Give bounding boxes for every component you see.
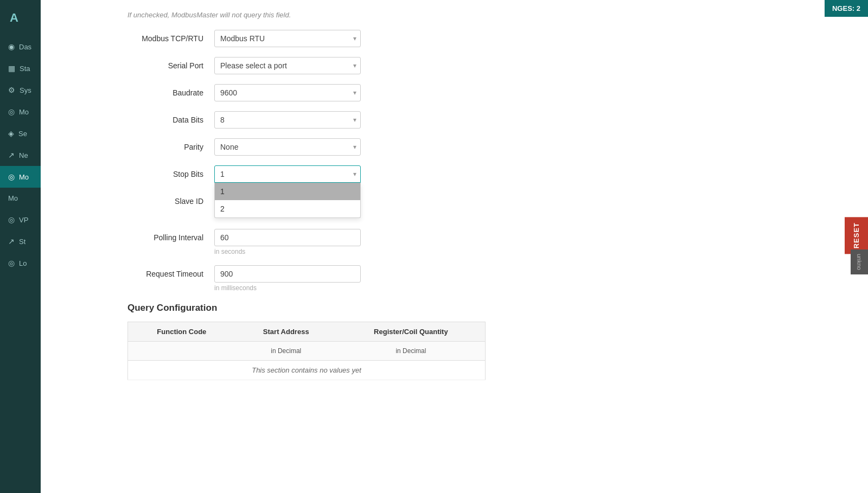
parity-row: Parity None Even Odd ▾: [127, 138, 486, 156]
polling-interval-row: Polling Interval in seconds: [127, 229, 486, 255]
status-text: unkno: [856, 254, 863, 270]
polling-interval-hint: in seconds: [214, 248, 361, 255]
serial-port-control: Please select a port ▾: [214, 57, 361, 74]
sidebar-item-label: Mo: [19, 173, 29, 181]
sidebar-item-label: Mo: [19, 108, 29, 116]
sidebar-item-label: Lo: [19, 259, 27, 267]
query-table-sub-header: in Decimal in Decimal: [128, 342, 486, 361]
main-content: NGES: 2 If unchecked, ModbusMaster will …: [41, 0, 868, 493]
modbus-type-control: Modbus RTU Modbus TCP ▾: [214, 30, 361, 47]
serial-port-row: Serial Port Please select a port ▾: [127, 57, 486, 74]
sidebar-item-stats2[interactable]: ↗ St: [0, 231, 41, 252]
data-bits-control: 8 5 6 7 ▾: [214, 111, 361, 129]
sidebar-item-label: Mo: [8, 194, 18, 202]
sidebar-item-vpn[interactable]: ◎ VP: [0, 209, 41, 231]
query-config-title: Query Configuration: [127, 303, 486, 313]
sidebar-item-network[interactable]: ↗ Ne: [0, 144, 41, 166]
network-icon: ↗: [8, 151, 15, 159]
top-note: If unchecked, ModbusMaster will not quer…: [127, 11, 486, 19]
vpn-icon: ◎: [8, 215, 15, 224]
parity-select[interactable]: None Even Odd: [214, 138, 361, 156]
serial-icon: ◈: [8, 129, 14, 138]
status-badge: unkno: [851, 249, 868, 274]
sidebar-item-modbus1[interactable]: ◎ Mo: [0, 101, 41, 123]
reset-button[interactable]: RESET: [845, 217, 868, 254]
sidebar-item-label: St: [19, 238, 25, 246]
polling-interval-input[interactable]: [214, 229, 361, 246]
data-bits-row: Data Bits 8 5 6 7 ▾: [127, 111, 486, 129]
stop-bits-row: Stop Bits 1 2 ▾ 1 2: [127, 165, 486, 183]
baudrate-control: 9600 19200 38400 57600 115200 ▾: [214, 84, 361, 101]
sidebar-item-statistics[interactable]: ▦ Sta: [0, 57, 41, 79]
stop-bits-option-2[interactable]: 2: [215, 200, 360, 217]
sidebar-item-serial[interactable]: ◈ Se: [0, 123, 41, 144]
col-start-address: Start Address: [235, 322, 337, 342]
baudrate-select[interactable]: 9600 19200 38400 57600 115200: [214, 84, 361, 101]
modbus-type-label: Modbus TCP/RTU: [127, 30, 214, 43]
sidebar-item-logs[interactable]: ◎ Lo: [0, 252, 41, 274]
stop-bits-label: Stop Bits: [127, 165, 214, 178]
query-table-empty-row: This section contains no values yet: [128, 361, 486, 380]
request-timeout-input[interactable]: [214, 265, 361, 283]
col-start-address-sub: in Decimal: [235, 342, 337, 361]
stop-bits-control: 1 2 ▾ 1 2: [214, 165, 361, 183]
sidebar-item-label: VP: [19, 216, 28, 224]
data-bits-label: Data Bits: [127, 111, 214, 124]
request-timeout-control: in milliseconds: [214, 265, 361, 292]
modbus-type-row: Modbus TCP/RTU Modbus RTU Modbus TCP ▾: [127, 30, 486, 47]
polling-interval-control: in seconds: [214, 229, 361, 255]
stop-bits-select[interactable]: 1 2: [214, 165, 361, 183]
query-table-header: Function Code Start Address Register/Coi…: [128, 322, 486, 342]
sidebar-logo: A: [0, 5, 28, 36]
baudrate-label: Baudrate: [127, 84, 214, 97]
col-quantity-sub: in Decimal: [337, 342, 486, 361]
col-function-code-sub: [128, 342, 235, 361]
sidebar-item-label: Sys: [20, 86, 31, 94]
sidebar-item-modbus-sub[interactable]: Mo: [0, 188, 41, 209]
stats-icon: ↗: [8, 237, 15, 246]
modbus-active-icon: ◎: [8, 172, 15, 181]
statistics-icon: ▦: [8, 64, 15, 73]
serial-port-label: Serial Port: [127, 57, 214, 70]
sidebar-item-label: Ne: [19, 151, 28, 159]
query-table: Function Code Start Address Register/Coi…: [127, 322, 486, 380]
parity-control: None Even Odd ▾: [214, 138, 361, 156]
sidebar: A ◉ Das ▦ Sta ⚙ Sys ◎ Mo ◈ Se ↗ Ne ◎ Mo …: [0, 0, 41, 493]
sidebar-item-dashboard[interactable]: ◉ Das: [0, 36, 41, 57]
col-quantity: Register/Coil Quantity: [337, 322, 486, 342]
request-timeout-row: Request Timeout in milliseconds: [127, 265, 486, 292]
sidebar-item-label: Sta: [20, 65, 30, 73]
col-function-code: Function Code: [128, 322, 235, 342]
data-bits-select[interactable]: 8 5 6 7: [214, 111, 361, 129]
sidebar-item-label: Se: [18, 130, 27, 138]
changes-badge: NGES: 2: [825, 0, 868, 17]
sidebar-item-modbus-active[interactable]: ◎ Mo: [0, 166, 41, 188]
slave-id-label: Slave ID: [127, 193, 214, 206]
polling-interval-label: Polling Interval: [127, 229, 214, 242]
stop-bits-option-1[interactable]: 1: [215, 183, 360, 200]
sidebar-item-label: Das: [19, 43, 31, 51]
request-timeout-hint: in milliseconds: [214, 284, 361, 292]
serial-port-select[interactable]: Please select a port: [214, 57, 361, 74]
modbus-type-select[interactable]: Modbus RTU Modbus TCP: [214, 30, 361, 47]
request-timeout-label: Request Timeout: [127, 265, 214, 278]
form-content: If unchecked, ModbusMaster will not quer…: [41, 0, 529, 391]
query-table-empty-message: This section contains no values yet: [128, 361, 486, 380]
baudrate-row: Baudrate 9600 19200 38400 57600 115200 ▾: [127, 84, 486, 101]
logs-icon: ◎: [8, 259, 15, 267]
sidebar-item-system[interactable]: ⚙ Sys: [0, 79, 41, 101]
stop-bits-dropdown: 1 2: [214, 183, 361, 218]
gear-icon: ⚙: [8, 86, 15, 94]
parity-label: Parity: [127, 138, 214, 151]
modbus-icon: ◎: [8, 107, 15, 116]
dashboard-icon: ◉: [8, 42, 15, 51]
